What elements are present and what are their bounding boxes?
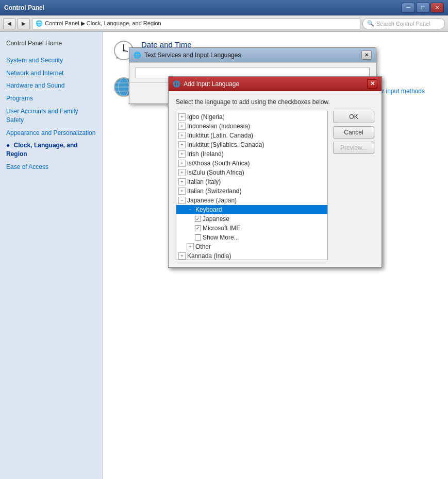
list-item[interactable]: + Kannada (India) — [176, 251, 327, 260]
expand-icon: + — [178, 141, 186, 148]
expand-icon: + — [178, 132, 186, 139]
add-input-instruction: Select the language to add using the che… — [176, 98, 374, 106]
lang-label: Japanese (Japan) — [187, 197, 237, 204]
expand-icon: + — [178, 252, 186, 260]
list-item[interactable]: + isiXhosa (South Africa) — [176, 159, 327, 168]
lang-label: Other — [195, 243, 211, 250]
lang-label: Irish (Ireland) — [187, 150, 224, 158]
search-box[interactable]: 🔍 Search Control Panel — [362, 18, 445, 29]
list-item[interactable]: + Italian (Switzerland) — [176, 186, 327, 196]
text-services-title-bar: 🌐 Text Services and Input Languages ✕ — [129, 48, 376, 62]
add-input-body: + Igbo (Nigeria) + Indonesian (Indonesia… — [176, 111, 374, 260]
address-bar: ◀ ▶ 🌐 Control Panel ▶ Clock, Language, a… — [0, 15, 448, 32]
expand-icon: − — [187, 206, 194, 213]
lang-label: isiXhosa (South Africa) — [187, 160, 250, 167]
sidebar-item-accounts[interactable]: User Accounts and Family Safety — [0, 105, 103, 127]
lang-label: Show More... — [203, 234, 239, 241]
body-area: Control Panel Home System and Security N… — [0, 32, 448, 479]
expand-icon: + — [178, 160, 186, 167]
sidebar-item-system[interactable]: System and Security — [0, 54, 103, 67]
minimize-button[interactable]: ─ — [402, 3, 415, 13]
lang-label: Italian (Italy) — [187, 178, 221, 185]
address-path-text: Control Panel ▶ Clock, Language, and Reg… — [45, 20, 161, 27]
list-item[interactable]: + Indonesian (Indonesia) — [176, 122, 327, 131]
svg-text:30: 30 — [116, 57, 119, 59]
list-item[interactable]: − Japanese (Japan) — [176, 196, 327, 205]
add-input-close-button[interactable]: ✕ — [367, 79, 377, 89]
expand-icon: + — [178, 169, 186, 176]
sidebar-item-clock[interactable]: ● Clock, Language, and Region — [0, 139, 103, 161]
lang-label: Japanese — [203, 215, 229, 223]
text-services-close-button[interactable]: ✕ — [361, 50, 372, 60]
expand-icon: + — [178, 178, 186, 185]
language-list[interactable]: + Igbo (Nigeria) + Indonesian (Indonesia… — [176, 111, 327, 260]
expand-icon: + — [187, 243, 194, 250]
add-input-title-text: 🌐 Add Input Language — [173, 80, 239, 88]
add-input-title-bar: 🌐 Add Input Language ✕ — [169, 77, 381, 91]
back-button[interactable]: ◀ — [3, 18, 15, 29]
checkbox-japanese[interactable]: ✓ — [195, 216, 201, 222]
add-input-dialog: 🌐 Add Input Language ✕ Select the langua… — [168, 76, 382, 268]
sidebar-item-hardware[interactable]: Hardware and Sound — [0, 79, 103, 92]
sidebar-item-home[interactable]: Control Panel Home — [0, 37, 103, 50]
checkbox-microsoft-ime[interactable]: ✓ — [195, 225, 201, 231]
expand-icon: + — [178, 187, 186, 195]
lang-label: isiZulu (South Africa) — [187, 169, 244, 176]
lang-label: Igbo (Nigeria) — [187, 113, 225, 121]
list-item[interactable]: + Other — [176, 242, 327, 251]
sidebar-item-programs[interactable]: Programs — [0, 92, 103, 105]
text-services-dialog: 🌐 Text Services and Input Languages ✕ 🌐 … — [129, 47, 376, 104]
add-input-icon: 🌐 — [173, 80, 180, 88]
search-placeholder: Search Control Panel — [376, 21, 430, 27]
list-item[interactable]: + Inuktitut (Latin, Canada) — [176, 131, 327, 140]
list-item[interactable]: + Irish (Ireland) — [176, 149, 327, 159]
cancel-button[interactable]: Cancel — [333, 126, 374, 139]
checkbox-show-more[interactable] — [195, 234, 201, 241]
forward-button[interactable]: ▶ — [18, 18, 30, 29]
lang-label: Microsoft IME — [203, 225, 240, 232]
expand-icon: + — [178, 150, 186, 158]
sidebar-item-network[interactable]: Network and Internet — [0, 67, 103, 80]
active-bullet: ● — [6, 141, 10, 150]
text-services-title-text: 🌐 Text Services and Input Languages — [134, 52, 241, 59]
preview-button[interactable]: Preview... — [333, 142, 374, 154]
ok-button[interactable]: OK — [333, 111, 374, 123]
title-bar-text: Control Panel — [4, 4, 44, 11]
horizontal-scrollbar[interactable]: ◀ ▶ — [176, 260, 327, 260]
lang-label: Inuktitut (Latin, Canada) — [187, 132, 253, 139]
sidebar-item-appearance[interactable]: Appearance and Personalization — [0, 127, 103, 140]
title-bar-buttons: ─ □ ✕ — [402, 3, 444, 13]
address-icon: 🌐 — [36, 20, 43, 27]
dialog-action-buttons: OK Cancel Preview... — [333, 111, 374, 260]
list-item[interactable]: Show More... — [176, 233, 327, 242]
sidebar-item-ease[interactable]: Ease of Access — [0, 161, 103, 174]
sidebar: Control Panel Home System and Security N… — [0, 32, 103, 479]
content-area: 30 Date and Time Set the time and date |… — [103, 32, 448, 479]
address-path[interactable]: 🌐 Control Panel ▶ Clock, Language, and R… — [32, 18, 360, 29]
title-bar: Control Panel ─ □ ✕ — [0, 0, 448, 15]
add-input-content: Select the language to add using the che… — [169, 91, 381, 267]
lang-label: Keyboard — [195, 206, 222, 213]
main-window: Control Panel ─ □ ✕ ◀ ▶ 🌐 Control Panel … — [0, 0, 448, 479]
list-item[interactable]: ✓ Microsoft IME — [176, 224, 327, 233]
lang-label: Inuktitut (Syllabics, Canada) — [187, 141, 264, 148]
lang-label: Kannada (India) — [187, 252, 231, 260]
expand-icon: − — [178, 197, 186, 204]
maximize-button[interactable]: □ — [416, 3, 429, 13]
list-item-keyboard-selected[interactable]: − Keyboard — [176, 205, 327, 214]
list-item[interactable]: ✓ Japanese — [176, 214, 327, 224]
lang-label: Italian (Switzerland) — [187, 187, 241, 195]
list-item[interactable]: + Igbo (Nigeria) — [176, 112, 327, 122]
expand-icon: + — [178, 123, 186, 130]
lang-label: Indonesian (Indonesia) — [187, 123, 250, 130]
search-icon: 🔍 — [367, 20, 374, 27]
list-item[interactable]: + isiZulu (South Africa) — [176, 168, 327, 177]
list-item[interactable]: + Italian (Italy) — [176, 177, 327, 186]
list-item[interactable]: + Inuktitut (Syllabics, Canada) — [176, 140, 327, 149]
language-list-container: + Igbo (Nigeria) + Indonesian (Indonesia… — [176, 111, 328, 260]
expand-icon: + — [178, 113, 186, 121]
text-services-icon: 🌐 — [134, 52, 141, 59]
close-button[interactable]: ✕ — [430, 3, 444, 13]
